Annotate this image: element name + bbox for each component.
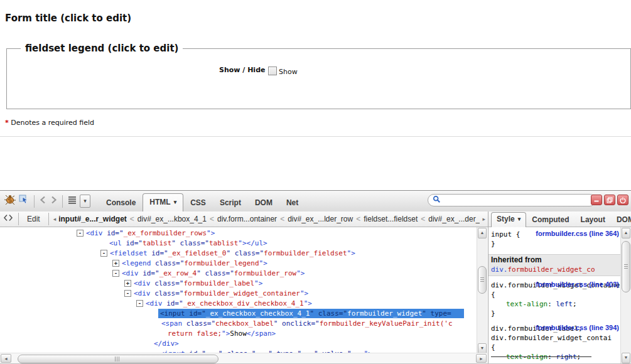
css-file-link[interactable]: formbuilder.css (line 394) [536,324,619,331]
toolbar-separator [62,195,63,208]
edit-button[interactable]: Edit [21,215,46,223]
scroll-up-button[interactable]: ▲ [478,228,487,238]
scroll-left-button[interactable]: ◄ [1,354,11,363]
scrollbar-thumb[interactable] [18,355,218,363]
html-tree-horizontal-scrollbar[interactable]: ◄ ► [0,353,487,363]
expand-toggle-icon[interactable]: + [124,280,131,287]
code-token: id=" [143,269,159,277]
firebug-content: -<div id="_ex_formbuilder_rows"><ul id="… [0,227,631,364]
css-file-link[interactable]: formbuilder.css (line 364) [536,230,619,237]
code-token: id=" [189,309,206,318]
html-tree-row[interactable]: <input id="_ex_checkbox_checkbox_4_1" cl… [0,309,477,319]
css-property[interactable]: text-align: right; [488,352,620,361]
html-tree-vertical-scrollbar[interactable]: ▲ ▼ [477,227,487,355]
detach-window-button[interactable] [604,195,615,205]
code-token: "> [207,229,215,237]
toolbar-dropdown-button[interactable]: ▾ [80,195,90,208]
breadcrumb-item[interactable]: div#_ex_...lder_row [288,215,353,223]
breadcrumb-item[interactable]: div.form...ontainer [217,215,277,223]
side-tab-style[interactable]: Style▾ [491,212,526,227]
firebug-bug-icon[interactable] [4,195,16,208]
html-tree-row[interactable]: +<div class="formbuilder_label"> [0,279,477,289]
code-token: formbuilder_keyValuePair_init('c [320,319,453,328]
breadcrumb-item[interactable]: fieldset...fieldset [364,215,418,223]
style-panel-vertical-scrollbar[interactable]: ▲ ▼ [620,227,631,364]
collapse-toggle-icon[interactable]: - [100,250,107,257]
html-tree-row[interactable]: <ul id="tablist" class="tablist"></ul> [0,238,477,249]
tab-html[interactable]: HTML▾ [143,193,183,212]
html-tree-row[interactable]: -<div class="formbuilder_widget_containe… [0,289,477,299]
html-tree-row[interactable]: -<div id="_ex_checkbox_div_checkbox_4_1"… [0,299,477,309]
html-tree-row[interactable]: <span class="checkbox_label" onclick="fo… [0,319,477,329]
search-box[interactable] [428,194,596,206]
css-selector-line: input {formbuilder.css (line 364) [488,230,620,239]
html-tree-row[interactable]: +<legend class="formbuilder_legend"> [0,259,477,269]
html-tree: -<div id="_ex_formbuilder_rows"><ul id="… [0,227,477,356]
collapse-toggle-icon[interactable]: - [136,300,143,307]
css-property[interactable]: text-align: left; [488,299,620,309]
scrollbar-thumb[interactable] [478,266,487,294]
expand-toggle-icon[interactable]: + [112,260,119,267]
collapse-toggle-icon[interactable]: - [77,230,84,237]
css-selector: div.formbuilder_widget_contai [491,334,612,342]
crumb-scroll-right-icon[interactable]: ▸ [482,216,485,222]
tab-label: Computed [532,215,569,224]
inspect-element-icon[interactable] [19,195,30,208]
tab-console[interactable]: Console [99,194,143,212]
breadcrumb-item[interactable]: div#_ex_...der_rows [428,215,480,223]
form-title[interactable]: Form title (click to edit) [5,13,131,24]
html-tree-row[interactable]: </div> [0,339,477,349]
collapse-toggle-icon[interactable]: - [112,270,119,277]
scroll-right-button[interactable]: ► [476,354,487,363]
code-token: <ul [109,239,126,247]
fieldset-legend[interactable]: fieldset legend (click to edit) [21,43,183,54]
scroll-up-button[interactable]: ▲ [622,228,630,238]
css-file-link[interactable]: formbuilder.css (line 403) [536,281,619,288]
back-chevron-icon[interactable] [39,195,47,207]
caret-down-icon: ▾ [84,198,87,204]
search-input[interactable] [443,195,595,205]
code-token: formbuilder_row [234,269,296,277]
crumb-scroll-left-icon[interactable]: ◂ [53,216,57,222]
code-token: " [226,249,234,257]
code-token: "> [347,249,355,257]
property-colon: : [547,300,556,308]
breadcrumb-separator: < [210,215,214,223]
collapse-toggle-icon[interactable]: - [124,290,131,297]
html-tree-row[interactable]: -<div id="_ex_row_4" class="formbuilder_… [0,269,477,279]
tab-css[interactable]: CSS [183,194,213,212]
side-tab-computed[interactable]: Computed [526,213,574,227]
code-token: <div [134,289,154,297]
code-brackets-icon[interactable] [0,213,16,225]
close-power-button[interactable] [617,195,628,205]
side-panel-tabs: Style▾ComputedLayoutDOM [491,212,631,227]
breadcrumb-separator: < [421,215,425,223]
inherited-from-selector[interactable]: div.formbuilder_widget_co [491,265,595,274]
show-checkbox-label[interactable]: Show [279,68,298,76]
side-tab-layout[interactable]: Layout [575,213,611,227]
html-tree-row[interactable]: -<div id="_ex_formbuilder_rows"> [0,228,477,238]
scrollbar-thumb[interactable] [622,241,630,292]
breadcrumb-separator: < [356,215,360,223]
forward-chevron-icon[interactable] [50,195,58,207]
panel-list-icon[interactable] [67,195,77,208]
side-tab-dom[interactable]: DOM [611,213,631,227]
breadcrumb-item[interactable]: div#_ex_...kbox_4_1 [138,215,207,223]
overridden-strike-line [491,356,591,357]
tab-net[interactable]: Net [279,194,305,212]
minimize-button[interactable] [591,195,602,205]
html-tree-row[interactable]: return false;">Show</span> [0,329,477,339]
tab-dom[interactable]: DOM [248,194,279,212]
tab-script[interactable]: Script [213,194,248,212]
required-note: * Denotes a required field [5,119,94,127]
code-token: " [310,309,318,318]
breadcrumb-separator: < [130,215,134,223]
html-tree-row[interactable]: -<fieldset id="_ex_fieldset_0" class="fo… [0,249,477,259]
tab-label: Style [497,215,515,223]
breadcrumb-item[interactable]: input#_e...r_widget [58,215,127,223]
close-brace: } [488,239,620,249]
code-token: onclick=" [282,319,320,328]
property-semicolon: ; [573,300,577,308]
scroll-down-button[interactable]: ▼ [622,353,630,363]
show-checkbox[interactable] [268,67,277,75]
